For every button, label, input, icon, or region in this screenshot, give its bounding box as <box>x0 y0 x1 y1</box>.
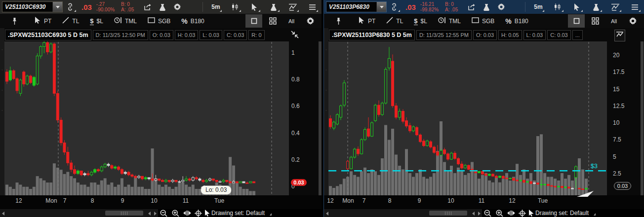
axis-scrollbar-strip[interactable] <box>319 41 322 195</box>
trendline-icon <box>386 17 393 25</box>
drawing-tool-sgb[interactable]: SGB <box>472 17 494 25</box>
pan-left-icon[interactable] <box>148 212 151 216</box>
share-button[interactable] <box>140 0 155 13</box>
chart-plot-area[interactable] <box>328 41 607 195</box>
ohlc-field: C: 0.03 <box>547 30 570 40</box>
timeframe-button[interactable]: 5m <box>208 0 223 13</box>
drawing-tool-pt[interactable]: PT <box>359 17 375 25</box>
drawing-set-caret-icon[interactable] <box>270 213 272 216</box>
symbol-input[interactable]: V251103C6930 <box>2 2 52 12</box>
scroll-left-arrow-icon[interactable] <box>326 212 328 216</box>
symbol-combo[interactable]: V251103C6930 <box>2 1 63 12</box>
zoom-out-button[interactable] <box>483 209 492 217</box>
crosshair-icon <box>195 210 202 217</box>
drawing-tool-tml[interactable]: TML <box>114 17 137 25</box>
studies-list-button[interactable] <box>305 0 320 13</box>
grid-layout-button[interactable] <box>264 14 281 28</box>
scrollbar-grip <box>121 212 127 215</box>
dollar-icon: $ <box>414 18 417 25</box>
strategies-button[interactable] <box>266 0 281 13</box>
drawing-tool-sgb[interactable]: SGB <box>148 17 170 25</box>
collapsed-sidebar[interactable]: ◦◦◦◦ <box>0 28 4 217</box>
drawing-set-status[interactable]: Drawing set: Default <box>211 210 265 217</box>
chart-settings-button[interactable] <box>624 14 641 28</box>
analyze-button[interactable] <box>479 0 494 13</box>
scroll-left-arrow-icon[interactable] <box>2 212 4 216</box>
horizontal-expand-button[interactable] <box>507 209 516 217</box>
pan-right-icon[interactable] <box>478 212 481 216</box>
gear-icon <box>306 17 315 25</box>
axis-scrollbar-strip[interactable] <box>641 41 644 195</box>
drawing-tool-$l[interactable]: $$L <box>90 18 103 25</box>
single-chart-layout-button[interactable] <box>568 14 585 28</box>
timeframe-button[interactable]: 5m <box>531 0 546 13</box>
link-button[interactable] <box>63 0 78 13</box>
pattern-box-icon[interactable] <box>614 30 625 41</box>
scrollbar-thumb[interactable] <box>429 211 467 216</box>
scrollbar-thumb[interactable] <box>105 211 143 216</box>
chart-type-button[interactable] <box>550 0 565 13</box>
cursor-tool-button[interactable] <box>247 0 262 13</box>
flask-icon <box>270 3 277 11</box>
crosshair-button[interactable] <box>194 209 202 217</box>
all-charts-button[interactable]: All <box>283 14 300 28</box>
link-button[interactable] <box>387 0 402 13</box>
grid-layout-button[interactable] <box>587 14 604 28</box>
y-axis-label: 7.5 <box>613 136 621 143</box>
collapsed-sidebar[interactable]: ◦◦◦◦ <box>324 28 328 217</box>
pan-left-icon[interactable] <box>472 212 475 216</box>
patterns-button[interactable] <box>608 0 623 13</box>
x-axis-label: Tue <box>214 197 224 204</box>
all-charts-button[interactable]: All <box>605 14 622 28</box>
chart-type-button[interactable] <box>228 0 242 13</box>
drawing-set-caret-icon[interactable] <box>594 213 596 216</box>
drawing-tool-b180[interactable]: %B180 <box>505 17 528 25</box>
pin-toolbar-button[interactable] <box>7 15 22 28</box>
chart-bottom-bar: Drawing set: Default <box>324 209 644 217</box>
last-price: .03 <box>81 3 92 11</box>
zoom-in-button[interactable] <box>171 209 180 217</box>
zoom-in-button[interactable] <box>495 209 504 217</box>
chart-panel-left: V251103C6930 .03 -.27 -90.00% B: 0 A: .0… <box>0 0 322 217</box>
chart-title: .SPXW251103P6830 5 D 5m <box>329 30 415 40</box>
drawing-cursor-button[interactable] <box>203 209 212 217</box>
x-axis-label: 8 <box>91 197 94 204</box>
drawing-tool-tl[interactable]: TL <box>386 17 403 25</box>
cursor-tool-button[interactable] <box>569 0 584 13</box>
studies-list-button[interactable] <box>627 0 642 13</box>
chart-settings-button[interactable] <box>302 14 319 28</box>
zoom-in-icon <box>496 210 503 217</box>
candlestick-chart-icon <box>554 3 562 11</box>
chart-plot-area[interactable] <box>4 41 289 195</box>
symbol-combo[interactable]: V251103P6830 <box>326 1 387 12</box>
link-icon <box>67 3 73 11</box>
drawing-tool-b180[interactable]: %B180 <box>181 17 204 25</box>
horizontal-expand-button[interactable] <box>183 209 192 217</box>
ohlc-field: D: 11/3/25 12:55 PM <box>416 30 472 40</box>
symbol-dropdown-button[interactable] <box>376 2 386 12</box>
drawing-set-status[interactable]: Drawing set: Default <box>535 210 589 217</box>
drawing-tool-pt[interactable]: PT <box>35 17 51 25</box>
collapse-arrows-icon[interactable] <box>290 30 300 39</box>
pin-toolbar-button[interactable] <box>331 15 346 28</box>
analyze-button[interactable] <box>155 0 170 13</box>
settings-button[interactable] <box>170 0 185 13</box>
strategies-button[interactable] <box>589 0 604 13</box>
pan-right-icon[interactable] <box>154 212 157 216</box>
y-axis-label: 17.5 <box>613 69 624 75</box>
symbol-input[interactable]: V251103P6830 <box>326 2 376 12</box>
settings-button[interactable] <box>494 0 509 13</box>
drawing-tool-$l[interactable]: $$L <box>414 18 427 25</box>
share-icon <box>468 3 476 11</box>
share-button[interactable] <box>464 0 479 13</box>
patterns-button[interactable] <box>285 0 300 13</box>
sidebar-glyph: ◦ <box>325 108 326 112</box>
drawing-tool-tml[interactable]: TML <box>438 17 461 25</box>
drawing-cursor-button[interactable] <box>527 209 536 217</box>
zoom-out-button[interactable] <box>159 209 168 217</box>
single-chart-layout-button[interactable] <box>245 14 262 28</box>
symbol-dropdown-button[interactable] <box>52 2 62 12</box>
crosshair-button[interactable] <box>518 209 526 217</box>
x-axis-label: 8 <box>388 197 392 204</box>
drawing-tool-tl[interactable]: TL <box>62 17 79 25</box>
